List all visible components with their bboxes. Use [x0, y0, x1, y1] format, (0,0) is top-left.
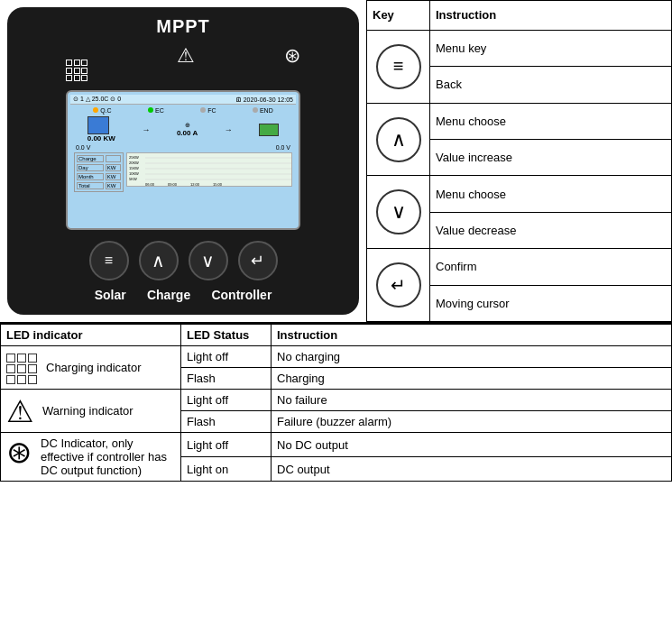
screen-status-row: Q.C EC FC END	[70, 105, 296, 115]
key-icon-up: ∧	[367, 103, 430, 176]
charging-indicator-label: Charging indicator	[46, 361, 142, 374]
led-table: LED indicator LED Status Instruction	[0, 324, 672, 482]
key-instruction-back: Back	[430, 67, 672, 103]
led-warning-instruction-1: No failure	[272, 390, 672, 411]
graph-area: 25KW 20KW 15KW 10KW 5KW 0	[126, 152, 292, 187]
status-end: END	[253, 107, 273, 114]
key-instruction-value-decrease: Value decrease	[430, 212, 672, 248]
key-row-down1: ∨ Menu choose	[367, 176, 672, 212]
led-dc-indicator-cell: ⊛ DC Indicator, only effective if contro…	[1, 433, 181, 482]
key-instruction-menu-choose1: Menu choose	[430, 103, 672, 139]
device-panel: MPPT ⚠ ⊛ ⊙ 1 △ 25.0C ⊙ 0 🗓 2020-06-30	[7, 7, 359, 315]
status-fc: FC	[200, 107, 216, 114]
menu-circle-icon: ≡	[376, 44, 421, 89]
grid-led-icon	[6, 352, 37, 384]
key-row-up1: ∧ Menu choose	[367, 103, 672, 139]
key-icon-menu: ≡	[367, 30, 430, 103]
svg-text:25KW: 25KW	[129, 155, 139, 160]
device-label-charge: Charge	[147, 288, 190, 302]
device-label-row: Solar Charge Controller	[84, 288, 282, 302]
arrow-icon2: →	[225, 125, 233, 134]
dc-icon-device: ⊛	[284, 44, 300, 81]
top-section: MPPT ⚠ ⊛ ⊙ 1 △ 25.0C ⊙ 0 🗓 2020-06-30	[0, 0, 672, 323]
graph-svg: 25KW 20KW 15KW 10KW 5KW 0	[127, 153, 291, 186]
voltage-right: 0.0 V	[276, 144, 290, 151]
svg-text:15KW: 15KW	[129, 166, 139, 170]
led-warning-status-2: Flash	[181, 411, 272, 433]
key-instruction-confirm: Confirm	[430, 249, 672, 285]
down-circle-icon: ∨	[376, 189, 421, 234]
led-row-charging-1: Charging indicator Light off No charging	[1, 346, 672, 368]
led-row-warning-1: ⚠ Warning indicator Light off No failure	[1, 390, 672, 411]
charge-table: Charge DayKW MonthKW TotalKW	[74, 152, 124, 192]
status-ec: EC	[148, 107, 164, 114]
svg-text:15:00: 15:00	[213, 182, 223, 186]
solar-data: 0.00 KW	[87, 116, 115, 142]
svg-text:10KW: 10KW	[129, 171, 139, 176]
led-warning-indicator-cell: ⚠ Warning indicator	[1, 390, 181, 433]
menu-button[interactable]: ≡	[89, 241, 129, 280]
up-button[interactable]: ∧	[139, 241, 179, 280]
warning-indicator-label: Warning indicator	[42, 404, 133, 418]
led-warning-indicator: ⚠ Warning indicator	[6, 396, 175, 427]
device-title: MPPT	[156, 16, 210, 37]
screen-topbar-left: ⊙ 1 △ 25.0C ⊙ 0	[73, 96, 121, 103]
svg-text:20KW: 20KW	[129, 161, 139, 165]
arrow-icon: →	[142, 125, 150, 134]
status-qc: Q.C	[93, 107, 111, 114]
device-label-solar: Solar	[95, 288, 126, 302]
key-instruction-moving-cursor: Moving cursor	[430, 285, 672, 321]
key-instruction-menu-choose2: Menu choose	[430, 176, 672, 212]
led-dc-instruction-2: DC output	[272, 457, 672, 482]
led-charging-status-1: Light off	[181, 346, 272, 368]
down-button[interactable]: ∨	[189, 241, 228, 280]
device-label-controller: Controller	[211, 288, 272, 302]
key-row-menu: ≡ Menu key	[367, 30, 672, 66]
bottom-section: LED indicator LED Status Instruction	[0, 323, 672, 482]
led-dc-indicator: ⊛ DC Indicator, only effective if contro…	[6, 436, 175, 477]
svg-text:12:00: 12:00	[190, 182, 200, 186]
led-charging-indicator-cell: Charging indicator	[1, 346, 181, 390]
led-indicator-header: LED indicator	[1, 325, 181, 346]
led-row-dc-1: ⊛ DC Indicator, only effective if contro…	[1, 433, 672, 457]
solar-panel-icon	[66, 44, 87, 81]
svg-text:06:00: 06:00	[145, 182, 155, 186]
battery-area: ⊕ 0.00 A	[177, 122, 198, 137]
led-warning-instruction-2: Failure (buzzer alarm)	[272, 411, 672, 433]
screen-voltage-row: 0.0 V 0.0 V	[70, 144, 296, 151]
screen-topbar: ⊙ 1 △ 25.0C ⊙ 0 🗓 2020-06-30 12:05	[70, 95, 296, 105]
confirm-circle-icon: ↵	[376, 262, 421, 308]
led-charging-indicator: Charging indicator	[6, 352, 175, 384]
led-dc-instruction-1: No DC output	[272, 433, 672, 457]
screen-topbar-right: 🗓 2020-06-30 12:05	[235, 96, 293, 103]
svg-text:5KW: 5KW	[129, 177, 137, 181]
led-warning-status-1: Light off	[181, 390, 272, 411]
led-dc-status-1: Light off	[181, 433, 272, 457]
instruction-col-header: Instruction	[430, 1, 672, 31]
screen-main-data: 0.00 KW → ⊕ 0.00 A →	[70, 115, 296, 144]
up-circle-icon: ∧	[376, 117, 421, 162]
device-top-icons: ⚠ ⊛	[22, 44, 345, 81]
key-instruction-menu: Menu key	[430, 30, 672, 66]
key-row-confirm1: ↵ Confirm	[367, 249, 672, 285]
dc-led-icon: ⊛	[6, 436, 32, 467]
key-col-header: Key	[367, 1, 430, 31]
device-screen: ⊙ 1 △ 25.0C ⊙ 0 🗓 2020-06-30 12:05 Q.C E…	[66, 90, 300, 230]
warning-icon-device: ⚠	[177, 44, 195, 81]
dc-indicator-label: DC Indicator, only effective if controll…	[41, 436, 175, 477]
battery-icon-small	[259, 124, 279, 136]
confirm-button[interactable]: ↵	[238, 241, 278, 280]
led-charging-instruction-1: No charging	[272, 346, 672, 368]
key-icon-confirm: ↵	[367, 249, 430, 322]
led-charging-instruction-2: Charging	[272, 368, 672, 390]
device-buttons-row: ≡ ∧ ∨ ↵	[84, 241, 282, 280]
key-table: Key Instruction ≡ Menu key Back ∧	[366, 0, 672, 322]
led-instruction-header: Instruction	[272, 325, 672, 346]
svg-text:09:00: 09:00	[168, 182, 178, 186]
key-table-header: Key Instruction	[367, 1, 672, 31]
led-status-header: LED Status	[181, 325, 272, 346]
key-table-panel: Key Instruction ≡ Menu key Back ∧	[366, 0, 672, 322]
voltage-left: 0.0 V	[76, 144, 90, 151]
screen-table-area: Charge DayKW MonthKW TotalKW 25KW 20KW 1…	[74, 152, 292, 192]
led-charging-status-2: Flash	[181, 368, 272, 390]
